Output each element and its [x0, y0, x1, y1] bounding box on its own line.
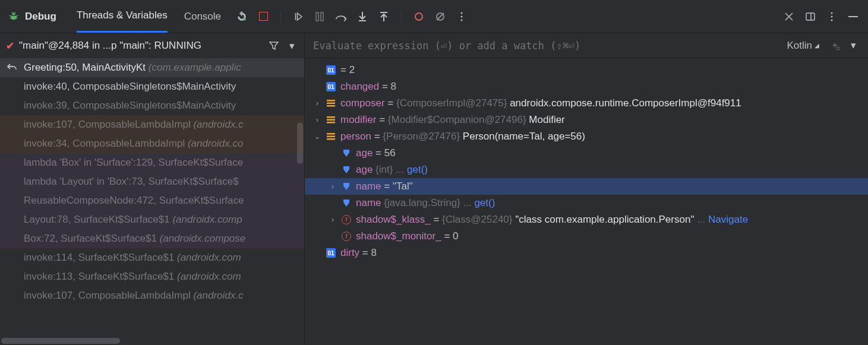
stack-frame[interactable]: invoke:113, SurfaceKt$Surface$1 (android… [0, 267, 304, 286]
svg-point-9 [461, 19, 463, 21]
link[interactable]: get() [472, 197, 495, 208]
stack-frame[interactable]: Box:72, SurfaceKt$Surface$1 (androidx.co… [0, 229, 304, 248]
minimize-icon[interactable] [847, 10, 860, 23]
layout-icon[interactable] [804, 10, 817, 23]
svg-rect-21 [327, 119, 335, 121]
fin-icon: f [342, 232, 351, 241]
svg-rect-24 [327, 136, 335, 138]
tab-console[interactable]: Console [184, 0, 221, 33]
variable-row[interactable]: ›01dirty = 8 [305, 245, 868, 261]
svg-point-16 [837, 46, 839, 49]
expand-arrow-icon[interactable]: › [329, 182, 337, 191]
svg-rect-2 [316, 12, 318, 21]
language-selector[interactable]: Kotlin◢ [787, 40, 819, 52]
close-icon[interactable] [782, 10, 796, 23]
int-icon: 01 [326, 82, 336, 91]
int-icon: 01 [326, 248, 336, 258]
stack-frame[interactable]: invoke:39, ComposableSingletons$MainActi… [0, 96, 304, 115]
svg-rect-18 [327, 103, 335, 105]
stack-frame[interactable]: invoke:40, ComposableSingletons$MainActi… [0, 77, 304, 96]
variable-row[interactable]: ›01changed = 8 [305, 78, 868, 95]
stack-frame[interactable]: Layout:78, SurfaceKt$Surface$1 (androidx… [0, 210, 304, 229]
int-icon: 01 [326, 65, 336, 75]
svg-point-12 [831, 12, 833, 14]
svg-point-13 [831, 15, 833, 17]
add-watch-icon[interactable] [829, 39, 842, 52]
variable-row[interactable]: ›fshadow$_monitor_ = 0 [305, 228, 868, 245]
obj-icon [326, 99, 336, 108]
fld-icon [342, 148, 351, 158]
variable-row[interactable]: ›age {int} ... get() [305, 162, 868, 178]
pause-icon [313, 10, 326, 23]
stack-frame[interactable]: invoke:114, SurfaceKt$Surface$1 (android… [0, 248, 304, 267]
svg-rect-20 [327, 116, 335, 118]
scrollbar-thumb-horizontal[interactable] [1, 338, 120, 344]
variable-row[interactable]: ›modifier = {Modifier$Companion@27496} M… [305, 112, 868, 128]
expand-arrow-icon[interactable]: ⌄ [313, 132, 321, 141]
svg-rect-19 [327, 105, 335, 107]
top-toolbar: Debug Threads & Variables Console [0, 0, 868, 33]
svg-point-8 [461, 15, 463, 17]
expand-arrow-icon[interactable]: › [313, 99, 321, 107]
stack-frame[interactable]: ReusableComposeNode:472, SurfaceKt$Surfa… [0, 191, 304, 210]
chevron-down-icon[interactable]: ▾ [285, 39, 298, 52]
stack-frame[interactable]: invoke:34, ComposableLambdaImpl (android… [0, 134, 304, 153]
fin-icon: f [342, 215, 351, 224]
stack-frame[interactable]: invoke:107, ComposableLambdaImpl (androi… [0, 115, 304, 134]
variable-row[interactable]: ›01= 2 [305, 62, 868, 78]
stack-frame[interactable]: Greeting:50, MainActivityKt (com.example… [0, 58, 304, 77]
variable-row[interactable]: ⌄person = {Person@27476} Person(name=Tal… [305, 128, 868, 145]
expand-arrow-icon[interactable]: › [313, 116, 321, 124]
step-over-icon[interactable] [334, 10, 348, 23]
undo-icon[interactable] [7, 63, 17, 71]
frames-list[interactable]: Greeting:50, MainActivityKt (com.example… [0, 58, 304, 345]
variables-tree[interactable]: ›01= 2›01changed = 8›composer = {Compose… [305, 58, 868, 345]
svg-rect-23 [327, 133, 335, 135]
link[interactable]: get() [404, 164, 428, 175]
tabs: Threads & Variables Console [77, 0, 221, 33]
variables-panel: Evaluate expression (⏎) or add a watch (… [305, 33, 868, 345]
fld-icon [342, 182, 351, 191]
stop-icon[interactable] [257, 10, 270, 23]
svg-rect-15 [848, 16, 858, 17]
options-icon[interactable] [825, 10, 838, 23]
obj-icon [326, 115, 336, 125]
svg-point-4 [415, 13, 422, 20]
link[interactable]: Navigate [705, 214, 748, 225]
evaluate-input[interactable]: Evaluate expression (⏎) or add a watch (… [313, 40, 787, 52]
rerun-icon[interactable] [235, 10, 248, 23]
stack-frame[interactable]: lambda 'Box' in 'Surface':129, SurfaceKt… [0, 153, 304, 172]
view-breakpoints-icon[interactable] [412, 10, 425, 23]
debug-title: Debug [25, 11, 56, 23]
variable-row[interactable]: ›age = 56 [305, 145, 868, 162]
svg-rect-1 [259, 12, 268, 21]
stack-frame[interactable]: invoke:107, ComposableLambdaImpl (androi… [0, 286, 304, 305]
frames-panel: ✔ "main"@24,884 in ...p "main": RUNNING … [0, 33, 305, 345]
obj-icon [326, 132, 336, 141]
thread-status-text[interactable]: "main"@24,884 in ...p "main": RUNNING [19, 40, 263, 52]
chevron-down-icon[interactable]: ▾ [847, 39, 860, 52]
mute-breakpoints-icon[interactable] [434, 10, 447, 23]
svg-rect-3 [321, 12, 323, 21]
debug-toolbar [235, 10, 468, 23]
running-check-icon: ✔ [6, 40, 14, 52]
step-out-icon[interactable] [377, 10, 390, 23]
stack-frame[interactable]: lambda 'Layout' in 'Box':73, SurfaceKt$S… [0, 172, 304, 191]
variable-row[interactable]: ›name = "Tal" [305, 178, 868, 195]
fld-icon [342, 198, 351, 208]
svg-rect-22 [327, 122, 335, 124]
thread-header: ✔ "main"@24,884 in ...p "main": RUNNING … [0, 33, 304, 58]
svg-rect-25 [327, 138, 335, 140]
fld-icon [342, 165, 351, 175]
step-into-icon[interactable] [356, 10, 369, 23]
variable-row[interactable]: ›composer = {ComposerImpl@27475} android… [305, 95, 868, 112]
variable-row[interactable]: ›name {java.lang.String} ... get() [305, 195, 868, 211]
variable-row[interactable]: ›fshadow$_klass_ = {Class@25240} "class … [305, 211, 868, 228]
tab-threads-variables[interactable]: Threads & Variables [77, 0, 168, 33]
resume-icon[interactable] [292, 10, 305, 23]
svg-point-14 [831, 19, 833, 21]
more-icon[interactable] [455, 10, 468, 23]
filter-icon[interactable] [267, 39, 280, 52]
bug-icon [8, 11, 19, 22]
expand-arrow-icon[interactable]: › [329, 216, 337, 224]
